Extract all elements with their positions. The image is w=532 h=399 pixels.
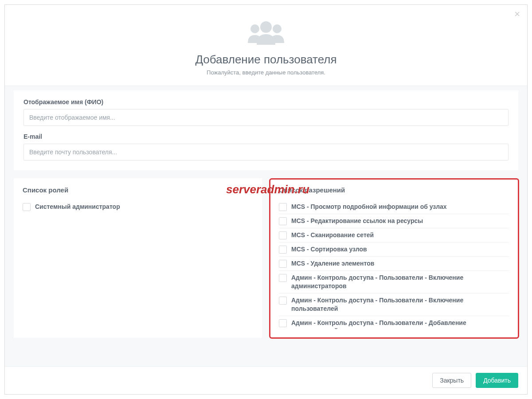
add-user-modal: × Добавление пользователя Пожалуйста, вв…	[4, 4, 528, 395]
permission-checkbox[interactable]	[279, 274, 287, 282]
permission-label: Админ - Контроль доступа - Пользователи …	[291, 319, 508, 329]
permission-label: Админ - Контроль доступа - Пользователи …	[291, 274, 508, 290]
modal-subtitle: Пожалуйста, введите данные пользователя.	[14, 69, 518, 76]
role-label: Системный администратор	[35, 203, 120, 211]
roles-title: Список ролей	[23, 186, 253, 194]
permission-checkbox[interactable]	[279, 319, 287, 327]
display-name-label: Отображаемое имя (ФИО)	[23, 98, 509, 106]
permissions-list[interactable]: MCS - Просмотр подробной информации об у…	[279, 200, 509, 329]
permission-label: MCS - Редактирование ссылок на ресурсы	[291, 217, 423, 225]
permission-checkbox[interactable]	[279, 297, 287, 305]
close-icon[interactable]: ×	[514, 9, 520, 19]
permission-label: MCS - Просмотр подробной информации об у…	[291, 203, 447, 211]
roles-permissions-row: Список ролей Системный администратор Спи…	[14, 178, 518, 338]
permission-label: Админ - Контроль доступа - Пользователи …	[291, 296, 508, 313]
cancel-button[interactable]: Закрыть	[432, 373, 471, 388]
permissions-title: Список разрешений	[279, 186, 509, 194]
list-item: Админ - Контроль доступа - Пользователи …	[279, 271, 509, 293]
modal-body: Отображаемое имя (ФИО) E-mail Список рол…	[5, 86, 527, 366]
role-checkbox[interactable]	[23, 203, 31, 211]
email-input[interactable]	[23, 144, 509, 160]
permission-checkbox[interactable]	[279, 260, 287, 268]
list-item: MCS - Удаление элементов	[279, 257, 509, 271]
modal-footer: Закрыть Добавить	[5, 366, 527, 394]
svg-point-2	[260, 21, 272, 33]
email-label: E-mail	[23, 133, 509, 140]
svg-point-1	[273, 24, 282, 33]
users-group-icon	[242, 20, 290, 48]
permission-label: MCS - Удаление элементов	[291, 259, 374, 268]
list-item: Системный администратор	[23, 200, 253, 214]
permission-label: MCS - Сканирование сетей	[291, 231, 374, 239]
modal-title: Добавление пользователя	[14, 53, 518, 66]
svg-point-0	[250, 24, 259, 33]
list-item: MCS - Сканирование сетей	[279, 228, 509, 243]
permission-checkbox[interactable]	[279, 217, 287, 225]
list-item: Админ - Контроль доступа - Пользователи …	[279, 293, 509, 316]
permission-label: MCS - Сортировка узлов	[291, 245, 367, 254]
modal-header: Добавление пользователя Пожалуйста, введ…	[5, 5, 527, 86]
roles-panel: Список ролей Системный администратор	[14, 178, 262, 338]
permissions-panel: Список разрешений MCS - Просмотр подробн…	[270, 178, 518, 338]
user-fields-card: Отображаемое имя (ФИО) E-mail	[14, 90, 518, 170]
display-name-input[interactable]	[23, 109, 509, 126]
permission-checkbox[interactable]	[279, 246, 287, 254]
list-item: MCS - Сортировка узлов	[279, 243, 509, 257]
permission-checkbox[interactable]	[279, 231, 287, 239]
roles-list[interactable]: Системный администратор	[23, 200, 253, 329]
list-item: Админ - Контроль доступа - Пользователи …	[279, 316, 509, 329]
list-item: MCS - Редактирование ссылок на ресурсы	[279, 214, 509, 228]
permission-checkbox[interactable]	[279, 203, 287, 211]
list-item: MCS - Просмотр подробной информации об у…	[279, 200, 509, 214]
add-button[interactable]: Добавить	[476, 373, 518, 388]
